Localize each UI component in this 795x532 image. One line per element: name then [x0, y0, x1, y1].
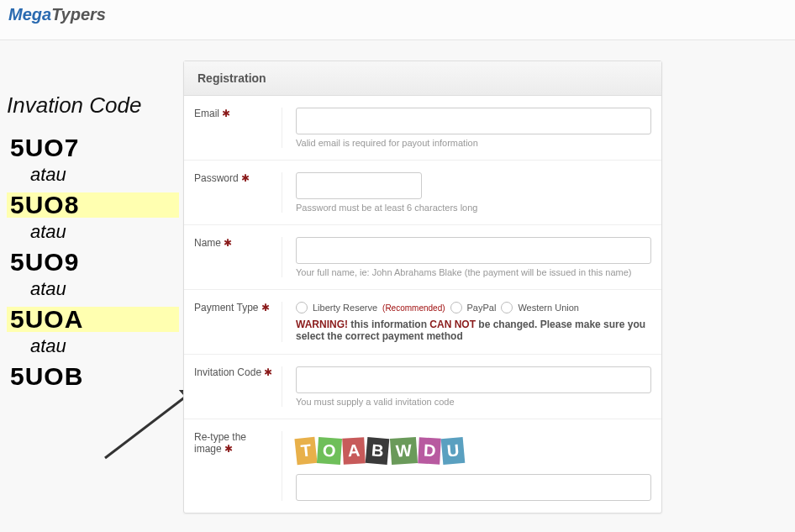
separator-2: atau: [30, 221, 179, 243]
opt-western-union: Western Union: [518, 303, 579, 313]
row-email: Email ✱ Valid email is required for payo…: [184, 96, 661, 161]
recommended-label: (Recommended): [382, 303, 445, 313]
invitation-code-field[interactable]: [296, 366, 651, 393]
logo: MegaTypers: [8, 5, 106, 24]
logo-part2: Typers: [51, 5, 106, 24]
label-invitation: Invitation Code ✱: [194, 366, 282, 407]
payment-warning: WARNING! this information CAN NOT be cha…: [296, 319, 651, 342]
opt-paypal: PayPal: [467, 303, 497, 313]
captcha-field[interactable]: [296, 474, 651, 501]
invitation-codes-title: Invation Code: [7, 92, 179, 119]
separator-1: atau: [30, 164, 179, 186]
captcha-char-4: B: [366, 437, 390, 465]
captcha-char-1: T: [294, 437, 317, 465]
name-field[interactable]: [296, 237, 651, 264]
hint-email: Valid email is required for payout infor…: [296, 138, 651, 148]
email-field[interactable]: [296, 108, 651, 134]
opt-liberty-reserve: Liberty Reserve: [313, 303, 377, 313]
registration-form: Registration Email ✱ Valid email is requ…: [183, 61, 662, 514]
svg-line-0: [105, 391, 193, 458]
row-password: Password ✱ Password must be at least 6 c…: [184, 161, 661, 225]
radio-western-union[interactable]: [501, 302, 513, 313]
captcha-char-3: A: [342, 437, 366, 464]
label-name: Name ✱: [194, 237, 282, 277]
label-payment: Payment Type ✱: [194, 302, 282, 342]
radio-liberty-reserve[interactable]: [296, 302, 308, 313]
row-payment: Payment Type ✱ Liberty Reserve (Recommen…: [184, 290, 661, 355]
captcha-image: T O A B W D U: [296, 438, 651, 464]
code-3: 5UO9: [7, 250, 179, 275]
label-password: Password ✱: [194, 172, 282, 213]
code-4: 5UOA: [7, 307, 179, 332]
app-header: MegaTypers: [0, 0, 795, 40]
row-name: Name ✱ Your full name, ie: John Abrahams…: [184, 225, 661, 290]
form-title: Registration: [184, 61, 661, 96]
separator-4: atau: [30, 335, 179, 357]
invitation-codes-panel: Invation Code 5UO7 atau 5UO8 atau 5UO9 a…: [7, 92, 179, 389]
label-retype: Re-type the image ✱: [194, 431, 282, 501]
row-invitation: Invitation Code ✱ You must supply a vali…: [184, 355, 661, 419]
captcha-char-7: U: [441, 437, 466, 465]
hint-name: Your full name, ie: John Abrahams Blake …: [296, 267, 651, 277]
captcha-char-2: O: [317, 437, 342, 465]
label-email: Email ✱: [194, 108, 282, 148]
hint-password: Password must be at least 6 characters l…: [296, 203, 651, 213]
password-field[interactable]: [296, 172, 422, 199]
row-retype: Re-type the image ✱ T O A B W D U: [184, 419, 661, 513]
code-1: 5UO7: [7, 135, 179, 161]
code-5: 5UOB: [7, 364, 179, 389]
separator-3: atau: [30, 278, 179, 300]
hint-invitation: You must supply a valid invitation code: [296, 397, 651, 407]
logo-part1: Mega: [8, 5, 51, 24]
captcha-char-5: W: [390, 437, 418, 465]
captcha-char-6: D: [418, 437, 441, 464]
radio-paypal[interactable]: [450, 302, 462, 313]
code-2: 5UO8: [7, 192, 179, 218]
